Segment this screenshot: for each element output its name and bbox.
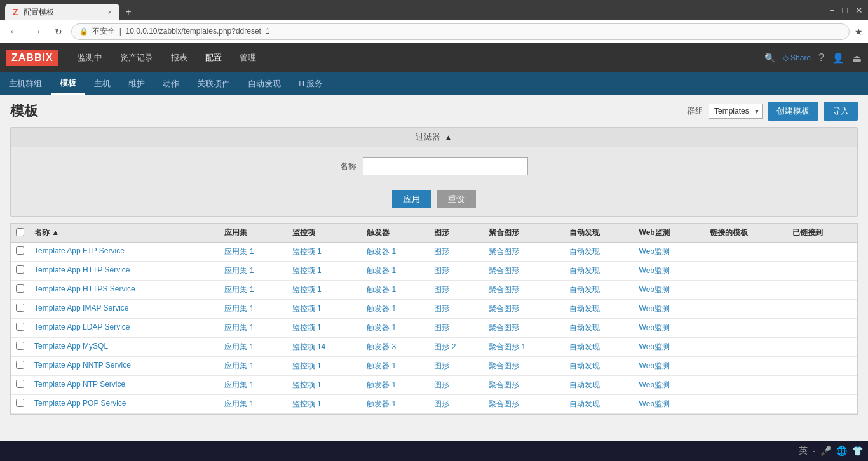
template-detail-link[interactable]: 应用集 1 [224, 265, 281, 276]
minimize-button[interactable]: − [829, 5, 834, 15]
template-detail-link[interactable]: 应用集 1 [224, 323, 281, 333]
subnav-discovery[interactable]: 自动发现 [239, 72, 290, 95]
user-icon[interactable]: 👤 [832, 52, 844, 64]
template-detail-link[interactable]: 触发器 1 [367, 399, 424, 410]
forward-button[interactable]: → [28, 25, 46, 39]
template-detail-link[interactable]: Web监测 [639, 361, 700, 371]
template-detail-link[interactable]: 聚合图形 1 [489, 342, 559, 352]
taskbar-shirt[interactable]: 👕 [852, 446, 863, 456]
template-detail-link[interactable]: 应用集 1 [224, 399, 281, 410]
filter-reset-button[interactable]: 重设 [437, 190, 476, 208]
template-detail-link[interactable]: 监控项 1 [292, 399, 357, 410]
template-detail-link[interactable]: 监控项 1 [292, 361, 357, 371]
template-detail-link[interactable]: 自动发现 [569, 304, 629, 314]
template-name-link[interactable]: Template App HTTP Service [34, 265, 130, 274]
template-detail-link[interactable]: 自动发现 [569, 284, 629, 295]
reload-button[interactable]: ↻ [51, 25, 66, 38]
close-window-button[interactable]: ✕ [855, 5, 863, 15]
th-auto-disc[interactable]: 自动发现 [564, 224, 634, 243]
group-select[interactable]: Templates [709, 104, 763, 119]
template-detail-link[interactable]: 自动发现 [569, 342, 629, 352]
template-detail-link[interactable]: 触发器 1 [367, 304, 424, 314]
th-name[interactable]: 名称 ▲ [29, 224, 219, 243]
template-detail-link[interactable]: 聚合图形 [489, 380, 559, 391]
template-detail-link[interactable]: Web监测 [639, 323, 700, 333]
template-detail-link[interactable]: 聚合图形 [489, 265, 559, 276]
row-checkbox[interactable] [16, 304, 24, 312]
template-detail-link[interactable]: 自动发现 [569, 246, 629, 257]
template-detail-link[interactable]: 应用集 1 [224, 380, 281, 391]
template-detail-link[interactable]: 聚合图形 [489, 361, 559, 371]
template-detail-link[interactable]: 图形 [434, 380, 478, 391]
tab-close-button[interactable]: × [108, 8, 112, 16]
th-web[interactable]: Web监测 [634, 224, 705, 243]
template-detail-link[interactable]: Web监测 [639, 399, 700, 410]
row-checkbox[interactable] [16, 361, 24, 369]
template-detail-link[interactable]: 自动发现 [569, 361, 629, 371]
subnav-it-services[interactable]: IT服务 [290, 72, 332, 95]
taskbar-audio[interactable]: 🎤 [820, 446, 831, 456]
template-detail-link[interactable]: 图形 [434, 246, 478, 257]
template-detail-link[interactable]: 应用集 1 [224, 284, 281, 295]
url-bar[interactable]: 🔒 不安全 | 10.0.0.10/zabbix/templates.php?d… [71, 23, 850, 40]
browser-tab[interactable]: Z 配置模板 × [5, 4, 119, 20]
back-button[interactable]: ← [5, 25, 23, 39]
template-detail-link[interactable]: 聚合图形 [489, 304, 559, 314]
new-tab-button[interactable]: + [119, 4, 137, 20]
row-checkbox[interactable] [16, 342, 24, 350]
template-detail-link[interactable]: Web监测 [639, 265, 700, 276]
bookmark-icon[interactable]: ★ [855, 27, 863, 37]
nav-assets[interactable]: 资产记录 [111, 43, 162, 72]
template-name-link[interactable]: Template App FTP Service [34, 246, 125, 255]
template-detail-link[interactable]: Web监测 [639, 342, 700, 352]
template-detail-link[interactable]: 聚合图形 [489, 246, 559, 257]
template-detail-link[interactable]: Web监测 [639, 304, 700, 314]
template-detail-link[interactable]: 监控项 1 [292, 265, 357, 276]
create-template-button[interactable]: 创建模板 [768, 102, 818, 121]
th-trigger[interactable]: 触发器 [362, 224, 429, 243]
group-select-wrap[interactable]: Templates [709, 104, 763, 119]
template-detail-link[interactable]: 监控项 1 [292, 380, 357, 391]
subnav-hosts[interactable]: 主机 [85, 72, 119, 95]
th-appset[interactable]: 应用集 [219, 224, 287, 243]
row-checkbox[interactable] [16, 246, 24, 255]
template-name-link[interactable]: Template App MySQL [34, 342, 108, 351]
template-detail-link[interactable]: 图形 [434, 361, 478, 371]
th-monitor[interactable]: 监控项 [287, 224, 362, 243]
search-icon[interactable]: 🔍 [764, 53, 775, 63]
template-detail-link[interactable]: 自动发现 [569, 399, 629, 410]
nav-admin[interactable]: 管理 [231, 43, 265, 72]
template-detail-link[interactable]: 监控项 14 [292, 342, 357, 352]
row-checkbox[interactable] [16, 284, 24, 293]
template-name-link[interactable]: Template App POP Service [34, 399, 126, 408]
template-detail-link[interactable]: 监控项 1 [292, 284, 357, 295]
template-detail-link[interactable]: 监控项 1 [292, 304, 357, 314]
template-detail-link[interactable]: 聚合图形 [489, 284, 559, 295]
help-icon[interactable]: ? [818, 52, 824, 63]
share-button[interactable]: ◇ Share [783, 53, 811, 62]
template-detail-link[interactable]: 触发器 1 [367, 380, 424, 391]
template-name-link[interactable]: Template App NNTP Service [34, 361, 131, 370]
template-detail-link[interactable]: 应用集 1 [224, 304, 281, 314]
template-detail-link[interactable]: 触发器 1 [367, 246, 424, 257]
template-name-link[interactable]: Template App NTP Service [34, 380, 125, 389]
filter-apply-button[interactable]: 应用 [392, 190, 431, 208]
template-detail-link[interactable]: 聚合图形 [489, 399, 559, 410]
filter-toggle[interactable]: 过滤器 ▲ [11, 128, 857, 147]
template-detail-link[interactable]: 应用集 1 [224, 342, 281, 352]
template-detail-link[interactable]: 监控项 1 [292, 246, 357, 257]
subnav-maintenance[interactable]: 维护 [119, 72, 154, 95]
template-detail-link[interactable]: 应用集 1 [224, 361, 281, 371]
template-detail-link[interactable]: 自动发现 [569, 380, 629, 391]
template-detail-link[interactable]: 应用集 1 [224, 246, 281, 257]
template-detail-link[interactable]: 自动发现 [569, 323, 629, 333]
taskbar-network[interactable]: 🌐 [836, 446, 847, 456]
template-detail-link[interactable]: 图形 2 [434, 342, 478, 352]
template-detail-link[interactable]: 图形 [434, 284, 478, 295]
template-detail-link[interactable]: 自动发现 [569, 265, 629, 276]
template-detail-link[interactable]: 监控项 1 [292, 323, 357, 333]
template-detail-link[interactable]: 图形 [434, 399, 478, 410]
nav-reports[interactable]: 报表 [162, 43, 196, 72]
template-detail-link[interactable]: Web监测 [639, 246, 700, 257]
th-graph[interactable]: 图形 [429, 224, 484, 243]
